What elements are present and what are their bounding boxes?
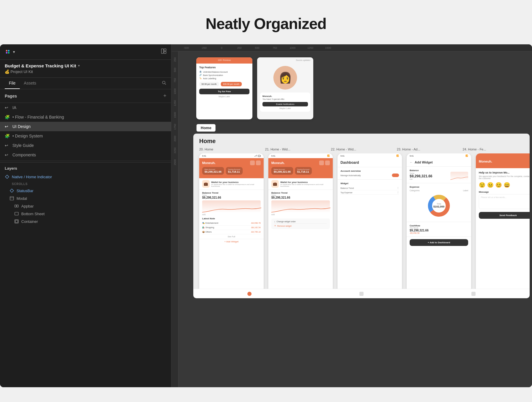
ruler-marks: -500 -250 0 250 500 750 1000 1250 1500 (171, 46, 337, 49)
page-item-ui-design[interactable]: ↩ UI Design (0, 122, 171, 131)
canvas-content: 100+ Reviews Top Features 🏦 Unlimited Ba… (179, 51, 532, 387)
ruler-mark-3: 0 (213, 46, 231, 49)
ruler-mark-5: 500 (248, 46, 266, 49)
page-icon-ia: ↩ (5, 105, 10, 110)
project-subtitle: 💰 Project UI Kit (5, 69, 166, 74)
onboarding-frame-1: 100+ Reviews Top Features 🏦 Unlimited Ba… (196, 57, 252, 119)
page-item-style-guide[interactable]: ↩ Style Guide (0, 141, 171, 150)
svg-rect-6 (164, 51, 166, 54)
home-frames-section: Home 20. Home 21. Home - Wid... 22. Home… (193, 134, 530, 298)
layer-container[interactable]: Container (5, 218, 166, 225)
home-tab[interactable]: Home (196, 124, 216, 132)
frame-labels-row: 20. Home 21. Home - Wid... 22. Home - Wi… (193, 147, 530, 153)
frame-23-add-widget: 9:41 📶 ← Add Widget Balance Today (407, 153, 471, 292)
feedback-content: Help us to improve Mo... We appreciate y… (476, 168, 530, 212)
onboarding-frame-2: Source updates 👩 Moneuh. You have 3 spec… (257, 57, 313, 119)
latest-note-20: Latest Note 🎭 Entertainment -$4,998.78 🛍… (199, 217, 264, 239)
home-tab-label-area: Home (196, 124, 216, 132)
frame-label-24: 24. Home - Fe... (463, 147, 524, 151)
page-item-design-system[interactable]: 🧩 • Design System (0, 131, 171, 141)
onboarding-frames: 100+ Reviews Top Features 🏦 Unlimited Ba… (196, 57, 313, 119)
ruler-side-mark-8: 2000 (173, 136, 176, 142)
svg-rect-9 (10, 197, 14, 200)
layer-modal[interactable]: Modal (5, 194, 166, 202)
add-page-button[interactable]: + (163, 93, 166, 99)
layout-toggle-icon[interactable] (161, 48, 166, 55)
frame-21-home-orange: 9:41 📶 Moneuh. (268, 153, 333, 292)
add-widget-btn-20[interactable]: + Add Widget (199, 239, 264, 244)
ruler-side-mark-9: 2250 (173, 147, 176, 153)
maybe-later-btn[interactable]: Maybe Later (262, 107, 308, 109)
page-icon-style: ↩ (5, 143, 10, 148)
send-feedback-btn[interactable]: Send Feedback (479, 212, 530, 219)
frame-label-23: 23. Home - Ad... (397, 147, 458, 151)
add-dashboard-btn[interactable]: + Add to Dashboard (410, 239, 468, 246)
balance-chart-20: Balance Trend Today $9,298,321.66 add (199, 190, 264, 217)
ruler-side-mark-4: 1000 (173, 88, 176, 94)
ruler-side-mark-7: 1750 (173, 124, 176, 130)
ruler-side-mark-5: 1250 (173, 100, 176, 106)
person-avatar: 👩 (273, 66, 297, 90)
ruler-mark-8: 1250 (301, 46, 319, 49)
svg-text:Total: Total (437, 203, 441, 205)
search-icon[interactable] (162, 80, 166, 86)
wallet-section-20: 💼 Wallet for your business An applicatio… (199, 178, 264, 190)
tab-assets[interactable]: Assets (20, 78, 40, 89)
layers-section: Layers Native / Home Indicator SCROLLS (0, 162, 171, 227)
page-item-flow[interactable]: 🧩 • Flow - Financial & Banking (0, 112, 171, 122)
svg-line-8 (165, 84, 166, 85)
see-full-link[interactable]: See Full (202, 234, 261, 239)
figma-menu-label: ▾ (13, 50, 15, 54)
svg-text:$102,000: $102,000 (433, 205, 445, 208)
layer-container-icon (14, 219, 19, 224)
page-icon-design: 🧩 (5, 134, 10, 138)
layer-statusbar[interactable]: StatusBar (5, 187, 166, 194)
layer-bottom-sheet[interactable]: Bottom Sheet (5, 210, 166, 218)
sidebar: ▾ Budget & Expense Tracking UI Kit ▾ 💰 P… (0, 44, 171, 387)
maybe-later-link[interactable]: Maybe Later (199, 95, 249, 98)
feedback-header: Moneuh. ✕ (476, 153, 530, 168)
page-title-area: Neatly Organized (0, 0, 532, 44)
project-title[interactable]: Budget & Expense Tracking UI Kit ▾ (5, 63, 166, 68)
home-section-title: Home (199, 138, 524, 145)
page-item-components[interactable]: ↩ Components (0, 150, 171, 160)
project-dropdown-chevron: ▾ (78, 64, 80, 68)
sidebar-logo[interactable]: ▾ (5, 49, 15, 55)
sidebar-file-assets-tabs: File Assets (0, 78, 171, 89)
svg-rect-17 (260, 156, 261, 156)
saving-account-card: Saving Account $1,718.11 (226, 167, 243, 175)
notification-card: Moneuh. You have 3 special offer. Enable… (260, 93, 310, 112)
sidebar-topbar: ▾ (0, 44, 171, 60)
feature-2: 🔗 Bank Synchronization (199, 74, 249, 76)
enable-notif-btn[interactable]: Enable Notifications (262, 102, 308, 106)
page-icon-flow: 🧩 (5, 115, 10, 119)
layer-appbar-icon (14, 204, 19, 208)
frame-24-feedback: Moneuh. ✕ Help us to improve Mo... We ap… (476, 153, 530, 292)
svg-rect-4 (161, 49, 163, 54)
pages-list: ↩ IA 🧩 • Flow - Financial & Banking ↩ UI… (0, 103, 171, 387)
page-icon-comp: ↩ (5, 153, 10, 157)
ruler-mark-1: -500 (177, 46, 195, 49)
ruler-side-mark-2: 500 (173, 68, 176, 72)
svg-rect-12 (17, 205, 18, 207)
svg-rect-0 (6, 50, 7, 51)
frame-label-21: 21. Home - Wid... (265, 147, 326, 151)
nav-bar-24 (476, 289, 530, 292)
message-input[interactable]: Please tell us a few words... (479, 194, 530, 209)
widget-menu: ↕ Change widget order ✕ Remove widget (271, 218, 330, 229)
feature-3: 🏷️ Auto Labelling (199, 77, 249, 80)
svg-rect-13 (15, 212, 18, 215)
tab-file[interactable]: File (5, 78, 20, 89)
ruler-side-mark-1: 250 (173, 57, 176, 62)
feature-1: 🏦 Unlimited Balance Account (199, 71, 249, 73)
top-features-label: Top Features (199, 66, 249, 69)
page-item-ia[interactable]: ↩ IA (0, 103, 171, 112)
onboarding-reviews-label: 100+ Reviews (199, 59, 249, 61)
ruler-top: -500 -250 0 250 500 750 1000 1250 1500 (171, 44, 532, 51)
try-free-button[interactable]: Try for Free (199, 89, 249, 94)
svg-rect-15 (15, 220, 18, 223)
layer-native-home[interactable]: Native / Home Indicator (5, 173, 166, 181)
phone-status-20: 9:41 (199, 153, 264, 158)
layer-modal-icon (9, 196, 14, 201)
layer-appbar[interactable]: Appbar (5, 202, 166, 210)
